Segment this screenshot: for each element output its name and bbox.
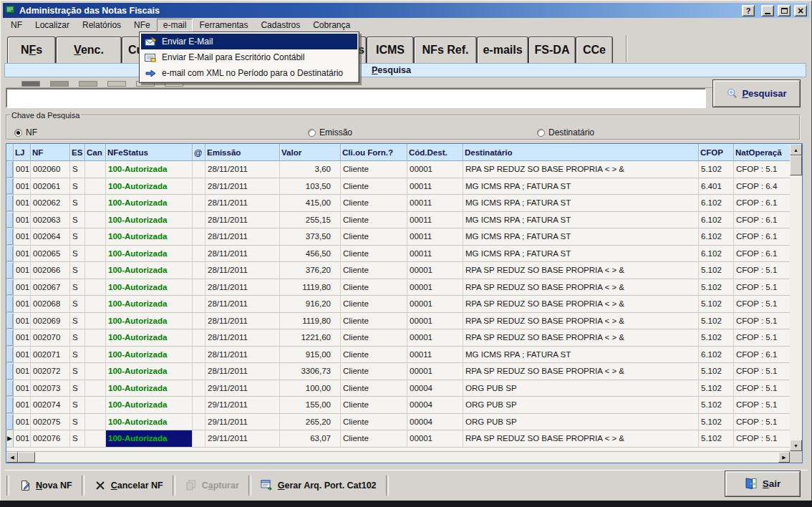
scroll-up-button[interactable]: ▲ (790, 144, 802, 155)
table-row[interactable]: 001002073S100-Autorizada29/11/2011100,00… (6, 380, 791, 397)
row-indicator (6, 195, 14, 211)
cell-valor: 265,20 (280, 414, 341, 430)
table-row[interactable]: 001002065S100-Autorizada28/11/2011456,50… (6, 246, 791, 263)
cell-es: S (70, 279, 85, 296)
table-row[interactable]: 001002071S100-Autorizada28/11/2011915,00… (6, 347, 791, 364)
email-menu-item-enviar-e-mail-para-escritorio-contabil[interactable]: Enviar E-Mail para Escritório Contábil (141, 49, 357, 65)
tab-icms[interactable]: ICMS (367, 37, 414, 63)
radio-emissao[interactable]: Emissão (308, 127, 352, 137)
table-row[interactable]: ▶001002076S100-Autorizada29/11/201163,07… (6, 430, 791, 448)
cancelar-nf-button[interactable]: Cancelar NF (87, 474, 170, 497)
column-header-es[interactable]: ES (70, 144, 85, 160)
pesquisar-button[interactable]: Pesquisar (712, 79, 801, 107)
table-row[interactable]: 001002075S100-Autorizada29/11/2011265,20… (6, 414, 791, 431)
gerar-arq-port-cat102-button[interactable]: Gerar Arq. Port. Cat102 (253, 474, 384, 497)
column-header-nf[interactable]: NF (31, 144, 70, 160)
tab-e-mails[interactable]: e-mails (477, 37, 528, 63)
column-header-valor[interactable]: Valor (280, 144, 341, 160)
table-row[interactable]: 001002072S100-Autorizada28/11/20113306,7… (6, 363, 791, 380)
tab-nfs-ref[interactable]: NFs Ref. (414, 37, 477, 63)
menu-item-nf[interactable]: NF (4, 19, 29, 32)
column-header-nfestatus[interactable]: NFeStatus (106, 144, 193, 160)
cell-cfop: 5.102 (699, 397, 734, 413)
cell-nfestatus: 100-Autorizada (106, 313, 193, 329)
menu-item-relatorios[interactable]: Relatórios (76, 19, 127, 32)
maximize-button[interactable] (778, 5, 791, 16)
column-header-natoperaca[interactable]: NatOperaçã (734, 144, 791, 160)
cell-destinatario: RPA SP REDUZ SO BASE PROPRIA < > & (463, 161, 699, 178)
help-button[interactable]: ? (742, 5, 755, 16)
cell-cli-ou-forn: Cliente (341, 347, 407, 363)
nova-nf-button[interactable]: Nova NF (11, 474, 79, 497)
table-row[interactable]: 001002063S100-Autorizada28/11/2011255,15… (6, 212, 791, 229)
search-input[interactable] (6, 88, 706, 108)
cell-can (85, 363, 106, 380)
close-button[interactable]: × (794, 5, 807, 16)
minimize-button[interactable] (761, 5, 774, 16)
vertical-scroll-thumb[interactable] (790, 155, 802, 175)
column-header-cli-ou-forn[interactable]: Cli.ou Forn.? (341, 144, 407, 160)
cell-item (193, 296, 206, 312)
sair-button[interactable]: Sair (725, 470, 801, 497)
radio-nf[interactable]: NF (14, 127, 37, 137)
cell-destinatario: MG ICMS RPA ; FATURA ST (463, 246, 699, 262)
cell-natoperaca: CFOP : 5.1 (734, 380, 791, 397)
scroll-down-button[interactable]: ▼ (790, 440, 802, 451)
column-header-item[interactable]: @ (193, 144, 206, 160)
table-row[interactable]: 001002064S100-Autorizada28/11/2011373,50… (6, 228, 791, 246)
email-menu-item-e-mail-com-xml-no-periodo-para-o-destinatario[interactable]: e-mail com XML no Período para o Destina… (141, 65, 357, 81)
radio-destinatario[interactable]: Destinatário (537, 127, 594, 137)
vertical-scrollbar[interactable]: ▲ ▼ (790, 144, 802, 451)
tab-nfs[interactable]: NFs (7, 37, 56, 63)
table-row[interactable]: 001002068S100-Autorizada28/11/2011916,20… (6, 296, 791, 313)
horizontal-scrollbar[interactable]: ◀ ▶ (6, 451, 790, 463)
cell-lj: 001 (14, 212, 31, 228)
table-row[interactable]: 001002074S100-Autorizada29/11/2011155,00… (6, 397, 791, 414)
subtab-pesquisa[interactable]: Pesquisa (4, 63, 806, 77)
email-menu-item-enviar-e-mail[interactable]: Enviar E-Mail (141, 34, 357, 49)
toolbar-button-label: Gerar Arq. Port. Cat102 (278, 481, 377, 491)
table-row[interactable]: 001002061S100-Autorizada28/11/2011103,50… (6, 178, 791, 195)
column-header-cod-dest[interactable]: Cód.Dest. (407, 144, 463, 160)
tab-venc[interactable]: Venc. (56, 37, 122, 63)
table-row[interactable]: 001002060S100-Autorizada28/11/20113,60Cl… (6, 161, 791, 178)
cell-can (85, 161, 106, 178)
menu-item-nfe[interactable]: NFe (127, 19, 157, 32)
table-row[interactable]: 001002069S100-Autorizada28/11/20111119,8… (6, 313, 791, 330)
column-header-lj[interactable]: LJ (14, 144, 31, 160)
table-row[interactable]: 001002062S100-Autorizada28/11/2011415,00… (6, 195, 791, 212)
cell-emissao: 28/11/2011 (206, 296, 280, 312)
column-header-emissao[interactable]: Emissão (206, 144, 280, 160)
tabstrip-divider (626, 35, 627, 62)
menu-item-cadastros[interactable]: Cadastros (254, 19, 306, 32)
menu-item-e-mail[interactable]: e-mail (157, 19, 193, 32)
column-header-cfop[interactable]: CFOP (699, 144, 734, 160)
horizontal-scroll-track[interactable] (35, 452, 778, 463)
tab-fs-da[interactable]: FS-DA (528, 37, 576, 63)
cell-es: S (70, 228, 85, 245)
menu-item-ferramentas[interactable]: Ferramentas (193, 19, 254, 32)
table-row[interactable]: 001002066S100-Autorizada28/11/2011376,20… (6, 262, 791, 279)
horizontal-scroll-thumb[interactable] (18, 452, 35, 463)
table-row[interactable]: 001002070S100-Autorizada28/11/20111221,6… (6, 329, 791, 347)
vertical-scroll-track[interactable] (790, 175, 802, 440)
toolbar-button-label: Nova NF (36, 481, 72, 491)
table-row[interactable]: 001002067S100-Autorizada28/11/20111119,8… (6, 279, 791, 296)
column-header-destinatario[interactable]: Destinatário (463, 144, 699, 160)
cell-item (193, 262, 206, 279)
menu-item-cobranca[interactable]: Cobrança (306, 19, 357, 32)
cell-cfop: 5.102 (699, 363, 734, 380)
cell-cli-ou-forn: Cliente (341, 313, 407, 329)
cell-valor: 3306,73 (280, 363, 341, 380)
row-indicator (6, 347, 14, 363)
cell-valor: 103,50 (280, 178, 341, 195)
scroll-left-button[interactable]: ◀ (6, 452, 18, 463)
tab-cce[interactable]: CCe (576, 37, 613, 63)
toolbar-separator (173, 475, 175, 496)
menu-item-localizar[interactable]: Localizar (29, 19, 76, 32)
cell-cfop: 5.102 (699, 329, 734, 346)
cell-nf: 002064 (31, 228, 70, 245)
menu-bar: NFLocalizarRelatóriosNFee-mailFerramenta… (3, 18, 809, 32)
scroll-right-button[interactable]: ▶ (778, 452, 790, 463)
column-header-can[interactable]: Can (85, 144, 106, 160)
